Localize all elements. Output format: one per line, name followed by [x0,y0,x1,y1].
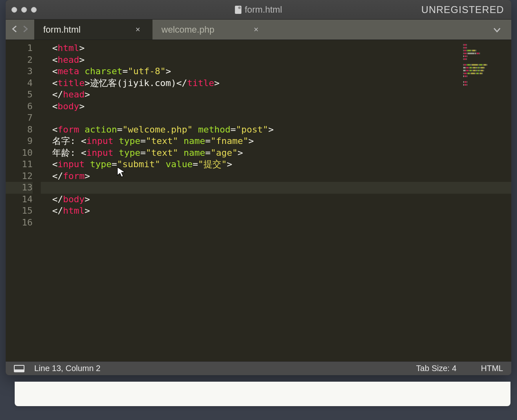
line-number-gutter: 12345678910111213141516 [6,40,41,361]
tab-size-indicator[interactable]: Tab Size: 4 [416,364,457,373]
editor-area[interactable]: 12345678910111213141516 <html><head><met… [6,40,511,361]
code-line[interactable]: 名字: <input type="text" name="fname"> [52,135,511,147]
tab-bar: form.html × welcome.php × [6,20,511,40]
syntax-indicator[interactable]: HTML [481,364,503,373]
code-line[interactable] [52,112,511,124]
file-icon [235,6,241,14]
minimize-window-button[interactable] [21,7,27,13]
code-line[interactable]: 年龄: <input type="text" name="age"> [52,147,511,159]
window-title-text: form.html [245,4,282,15]
code-line[interactable]: </head> [52,89,511,101]
cursor-position[interactable]: Line 13, Column 2 [34,364,100,373]
code-text-area[interactable]: <html><head><meta charset="utf-8"><title… [41,40,511,361]
code-line[interactable]: <head> [52,54,511,66]
window-title: form.html [235,4,282,15]
code-line[interactable]: </form> [52,170,511,182]
tab-welcome-php[interactable]: welcome.php × [152,20,271,40]
editor-window: form.html UNREGISTERED form.html × welco… [6,0,511,375]
tab-label: welcome.php [161,24,214,35]
nav-buttons [6,20,34,40]
tab-label: form.html [43,24,81,35]
background-window-strip [15,382,510,406]
close-window-button[interactable] [11,7,17,13]
traffic-lights [6,7,37,13]
unregistered-label: UNREGISTERED [421,4,511,15]
code-line[interactable]: <input type="submit" value="提交"> [52,159,511,170]
code-line[interactable]: <form action="welcome.php" method="post"… [52,124,511,136]
code-line[interactable] [41,182,511,194]
maximize-window-button[interactable] [31,7,37,13]
titlebar: form.html UNREGISTERED [6,0,511,20]
code-line[interactable]: <html> [52,42,511,54]
status-bar: Line 13, Column 2 Tab Size: 4 HTML [6,361,511,375]
code-line[interactable]: </html> [52,205,511,217]
code-line[interactable]: </body> [52,194,511,206]
code-line[interactable]: <title>迹忆客(jiyik.com)</title> [52,77,511,89]
code-line[interactable]: <body> [52,101,511,113]
panel-switcher-icon[interactable] [14,365,24,372]
tab-overflow-button[interactable] [493,20,511,40]
nav-forward-icon[interactable] [20,24,29,35]
code-line[interactable]: <meta charset="utf-8"> [52,66,511,77]
code-line[interactable] [52,217,511,229]
tab-form-html[interactable]: form.html × [34,20,152,40]
tab-close-icon[interactable]: × [135,25,140,34]
tab-close-icon[interactable]: × [254,25,258,34]
nav-back-icon[interactable] [11,24,20,35]
